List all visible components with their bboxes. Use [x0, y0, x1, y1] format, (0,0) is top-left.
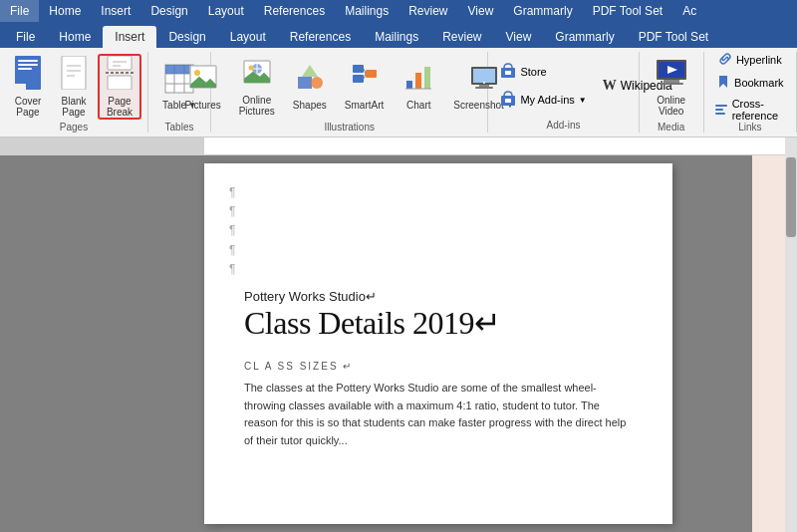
svg-point-45	[483, 82, 485, 84]
hyperlink-button[interactable]: Hyperlink	[714, 50, 786, 70]
menu-mailings[interactable]: Mailings	[335, 0, 398, 22]
smartart-label: SmartArt	[345, 100, 384, 111]
menu-review[interactable]: Review	[398, 0, 457, 22]
tab-view[interactable]: View	[494, 26, 544, 48]
chart-icon	[404, 63, 432, 98]
svg-point-21	[194, 70, 200, 76]
document-page[interactable]: ¶ ¶ ¶ ¶ ¶ Pottery Works Studio↵ Class De…	[204, 163, 672, 524]
svg-marker-56	[719, 76, 727, 88]
my-addins-dropdown-icon: ▼	[579, 96, 587, 105]
tables-group-label: Tables	[165, 122, 194, 133]
ribbon-group-media: OnlineVideo Media	[640, 52, 704, 133]
pictures-label: Pictures	[185, 100, 221, 111]
shapes-label: Shapes	[293, 100, 327, 111]
tab-review[interactable]: Review	[430, 26, 493, 48]
body-text: The classes at the Pottery Works Studio …	[244, 380, 633, 449]
menu-references[interactable]: References	[254, 0, 335, 22]
ribbon-group-pages: CoverPage BlankPage Pa	[0, 52, 148, 133]
page-wrap: ¶ ¶ ¶ ¶ ¶ Pottery Works Studio↵ Class De…	[204, 155, 752, 532]
ruler	[0, 137, 797, 155]
page-break-label: PageBreak	[107, 96, 133, 118]
cover-page-label: CoverPage	[15, 96, 42, 118]
shapes-button[interactable]: Shapes	[285, 54, 335, 120]
media-items: OnlineVideo	[644, 54, 698, 120]
scrollbar-thumb[interactable]	[786, 157, 796, 237]
tab-file[interactable]: File	[4, 26, 47, 48]
illustrations-items: Pictures OnlinePictures Shapes SmartArt	[177, 54, 522, 120]
svg-rect-32	[353, 65, 364, 73]
online-video-button[interactable]: OnlineVideo	[644, 54, 698, 120]
blank-page-button[interactable]: BlankPage	[52, 54, 96, 120]
svg-rect-49	[505, 99, 511, 103]
svg-line-35	[364, 69, 366, 74]
online-pictures-icon	[243, 58, 271, 93]
svg-point-30	[311, 77, 323, 89]
tab-home[interactable]: Home	[47, 26, 103, 48]
bookmark-icon	[716, 75, 730, 91]
menu-pdftoolset[interactable]: PDF Tool Set	[583, 0, 672, 22]
menu-view[interactable]: View	[458, 0, 504, 22]
tab-pdftoolset[interactable]: PDF Tool Set	[627, 26, 720, 48]
addins-items: Store My Add-ins ▼ W Wikipedia	[494, 54, 632, 118]
addins-group-label: Add-ins	[547, 120, 581, 131]
cross-reference-button[interactable]: Cross-reference	[710, 96, 790, 124]
pictures-button[interactable]: Pictures	[177, 54, 229, 120]
tab-references[interactable]: References	[278, 26, 363, 48]
online-pictures-button[interactable]: OnlinePictures	[231, 54, 283, 120]
cross-reference-icon	[714, 102, 728, 118]
svg-rect-29	[298, 77, 312, 89]
bookmark-label: Bookmark	[734, 77, 784, 89]
smartart-icon	[351, 63, 379, 98]
tab-design[interactable]: Design	[156, 26, 217, 48]
document-area: ¶ ¶ ¶ ¶ ¶ Pottery Works Studio↵ Class De…	[0, 155, 797, 532]
blank-page-label: BlankPage	[61, 96, 86, 118]
my-addins-icon	[500, 91, 516, 109]
svg-rect-39	[424, 67, 430, 89]
menu-layout[interactable]: Layout	[198, 0, 254, 22]
ribbon-group-illustrations: Pictures OnlinePictures Shapes SmartArt	[211, 52, 488, 133]
svg-line-36	[364, 74, 366, 79]
links-group-label: Links	[738, 122, 761, 133]
svg-rect-54	[660, 83, 683, 85]
illustrations-group-label: Illustrations	[324, 122, 375, 133]
tab-grammarly[interactable]: Grammarly	[543, 26, 626, 48]
document-title: Class Details 2019↵	[244, 306, 633, 341]
svg-rect-5	[62, 56, 86, 90]
blank-page-icon	[60, 56, 88, 94]
section-label: CL A SS SIZES ↵	[244, 361, 633, 372]
store-button[interactable]: Store	[494, 60, 552, 84]
bookmark-button[interactable]: Bookmark	[712, 73, 788, 93]
svg-rect-58	[715, 109, 723, 111]
chart-label: Chart	[406, 100, 430, 111]
menu-file[interactable]: File	[0, 0, 39, 22]
svg-rect-1	[18, 60, 38, 62]
menu-design[interactable]: Design	[140, 0, 197, 22]
document-subtitle: Pottery Works Studio↵	[244, 289, 633, 304]
paragraph-marks: ¶ ¶ ¶ ¶ ¶	[229, 183, 633, 279]
svg-rect-34	[366, 70, 377, 78]
my-addins-label: My Add-ins	[520, 94, 574, 106]
page-break-button[interactable]: PageBreak	[98, 54, 141, 120]
online-pictures-label: OnlinePictures	[239, 95, 275, 117]
svg-rect-3	[18, 68, 32, 70]
pictures-icon	[189, 63, 217, 98]
svg-rect-47	[505, 71, 511, 75]
tab-mailings[interactable]: Mailings	[363, 26, 430, 48]
store-label: Store	[520, 66, 546, 78]
my-addins-button[interactable]: My Add-ins ▼	[494, 88, 592, 112]
ribbon-group-links: Hyperlink Bookmark Cross-reference Links	[704, 52, 797, 133]
menu-ac[interactable]: Ac	[672, 0, 706, 22]
shapes-icon	[296, 63, 324, 98]
menu-insert[interactable]: Insert	[91, 0, 140, 22]
menu-home[interactable]: Home	[39, 0, 91, 22]
online-video-icon	[656, 58, 687, 93]
cover-page-button[interactable]: CoverPage	[6, 54, 50, 120]
vertical-scrollbar[interactable]	[785, 155, 797, 532]
chart-button[interactable]: Chart	[394, 54, 443, 120]
smartart-button[interactable]: SmartArt	[337, 54, 392, 120]
tab-insert[interactable]: Insert	[103, 26, 156, 48]
svg-rect-37	[406, 81, 412, 89]
ribbon-tabs: File Home Insert Design Layout Reference…	[0, 22, 797, 48]
tab-layout[interactable]: Layout	[218, 26, 278, 48]
menu-grammarly[interactable]: Grammarly	[503, 0, 582, 22]
